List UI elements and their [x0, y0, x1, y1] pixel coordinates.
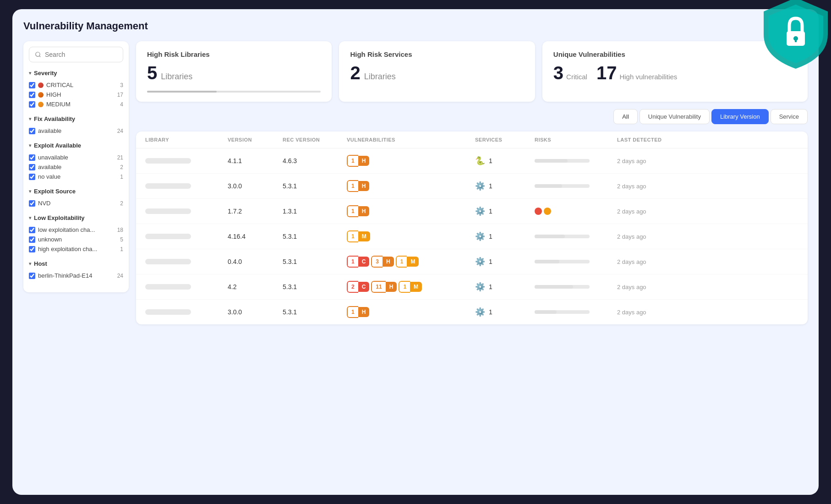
rec-version: 5.3.1	[283, 283, 347, 290]
service-count: 1	[489, 157, 492, 164]
vuln-count: 1	[396, 256, 407, 268]
vuln-badge-critical: 1 C	[347, 256, 369, 268]
checkbox-high[interactable]	[29, 92, 35, 98]
risk-bar-container	[535, 310, 617, 314]
service-count: 1	[489, 258, 492, 265]
table-row[interactable]: 4.1.1 4.6.3 1 H 🐍 1	[136, 148, 808, 174]
card-high-risk-services: High Risk Services 2 Libraries	[339, 41, 535, 102]
last-detected: 2 days ago	[617, 233, 690, 240]
vuln-badge-medium: 1 M	[347, 230, 370, 242]
vuln-badges: 1 M	[347, 230, 475, 242]
gear-service-icon: ⚙️	[475, 231, 485, 241]
checkbox-high-exploit[interactable]	[29, 246, 35, 252]
card-scroll-indicator	[147, 91, 217, 93]
table-row[interactable]: 0.4.0 5.3.1 1 C 3 H 1 M	[136, 249, 808, 274]
vuln-count: 1	[347, 306, 358, 318]
vuln-badge-high: 1 H	[347, 306, 369, 318]
chevron-down-icon: ▾	[29, 71, 31, 76]
filter-header-severity[interactable]: ▾ Severity	[29, 70, 123, 77]
checkbox-no-value[interactable]	[29, 174, 35, 180]
tab-unique-vulnerability[interactable]: Unique Vulnerability	[640, 109, 710, 124]
vuln-count: 1	[347, 230, 358, 242]
version: 4.16.4	[228, 233, 283, 240]
vuln-badge-high: 11 H	[371, 281, 397, 293]
rec-version: 5.3.1	[283, 233, 347, 240]
rec-version: 5.3.1	[283, 182, 347, 190]
vuln-count: 1	[399, 281, 410, 293]
svg-rect-2	[795, 38, 797, 42]
filter-header-fix[interactable]: ▾ Fix Availability	[29, 115, 123, 122]
checkbox-nvd[interactable]	[29, 200, 35, 207]
chevron-down-icon-host: ▾	[29, 261, 31, 266]
service-cell: ⚙️ 1	[475, 231, 535, 241]
vuln-count: 1	[347, 256, 358, 268]
risk-bar-container	[535, 159, 617, 163]
filter-header-host[interactable]: ▾ Host	[29, 260, 123, 267]
library-name-placeholder	[145, 234, 191, 239]
vuln-badge-high: 1 H	[347, 205, 369, 217]
library-name-placeholder	[145, 309, 191, 315]
filter-header-exploit[interactable]: ▾ Exploit Available	[29, 142, 123, 149]
content-layout: ▾ Severity CRITICAL 3	[23, 41, 808, 324]
checkbox-host[interactable]	[29, 273, 35, 279]
python-service-icon: 🐍	[475, 156, 485, 166]
filter-section-source: ▾ Exploit Source NVD 2	[29, 188, 123, 208]
filter-item-medium: MEDIUM 4	[29, 99, 123, 109]
th-library: LIBRARY	[145, 137, 228, 142]
table-row[interactable]: 1.7.2 1.3.1 1 H ⚙️ 1	[136, 199, 808, 224]
chevron-down-icon-fix: ▾	[29, 116, 31, 121]
search-input[interactable]	[45, 51, 117, 58]
version: 4.2	[228, 283, 283, 290]
gear-service-icon: ⚙️	[475, 206, 485, 216]
filter-header-exploitability[interactable]: ▾ Low Exploitability	[29, 214, 123, 221]
checkbox-available[interactable]	[29, 128, 35, 134]
checkbox-unknown[interactable]	[29, 236, 35, 243]
gear-service-icon: ⚙️	[475, 282, 485, 292]
risk-bar	[535, 260, 590, 263]
gear-service-icon: ⚙️	[475, 307, 485, 317]
vuln-badge-high: 3 H	[371, 256, 394, 268]
filter-item-low-exploit: low exploitation cha... 18	[29, 225, 123, 235]
checkbox-exploit-available[interactable]	[29, 164, 35, 170]
risk-bar	[535, 235, 590, 238]
tab-service[interactable]: Service	[771, 109, 808, 124]
filter-item-unknown: unknown 5	[29, 235, 123, 244]
vuln-letter: H	[358, 181, 370, 191]
tab-all[interactable]: All	[613, 109, 637, 124]
tab-library-version[interactable]: Library Version	[711, 109, 769, 124]
filter-item-high: HIGH 17	[29, 90, 123, 99]
vuln-badges: 1 C 3 H 1 M	[347, 256, 475, 268]
severity-dot-high	[38, 92, 44, 98]
last-detected: 2 days ago	[617, 158, 690, 164]
checkbox-critical[interactable]	[29, 82, 35, 88]
filter-item-no-value: no value 1	[29, 172, 123, 181]
table-row[interactable]: 4.2 5.3.1 2 C 11 H 1 M	[136, 274, 808, 300]
rec-version: 5.3.1	[283, 308, 347, 316]
main-container: Vulnerability Management ▾ Severity	[12, 9, 819, 495]
gear-service-icon: ⚙️	[475, 181, 485, 191]
vuln-letter: C	[358, 257, 370, 267]
filter-header-source[interactable]: ▾ Exploit Source	[29, 188, 123, 195]
last-detected: 2 days ago	[617, 284, 690, 290]
vuln-badges: 2 C 11 H 1 M	[347, 281, 475, 293]
search-box[interactable]	[29, 47, 123, 62]
table-row[interactable]: 3.0.0 5.3.1 1 H ⚙️ 1	[136, 174, 808, 199]
table-row[interactable]: 4.16.4 5.3.1 1 M ⚙️ 1	[136, 224, 808, 249]
risk-bar-container	[535, 285, 617, 289]
library-name-placeholder	[145, 158, 191, 164]
service-count: 1	[489, 283, 492, 290]
version: 3.0.0	[228, 182, 283, 190]
checkbox-unavailable[interactable]	[29, 154, 35, 161]
service-count: 1	[489, 182, 492, 190]
filter-item-critical: CRITICAL 3	[29, 80, 123, 90]
service-count: 1	[489, 233, 492, 240]
checkbox-low-exploit[interactable]	[29, 227, 35, 233]
last-detected: 2 days ago	[617, 208, 690, 215]
risk-bar	[535, 159, 590, 163]
table-row[interactable]: 3.0.0 5.3.1 1 H ⚙️ 1	[136, 300, 808, 324]
table-header-row: LIBRARY VERSION REC VERSION VULNERABILIT…	[136, 131, 808, 148]
version: 1.7.2	[228, 208, 283, 215]
checkbox-medium[interactable]	[29, 101, 35, 108]
vuln-count: 1	[347, 205, 358, 217]
chevron-down-icon-exploitability: ▾	[29, 215, 31, 220]
